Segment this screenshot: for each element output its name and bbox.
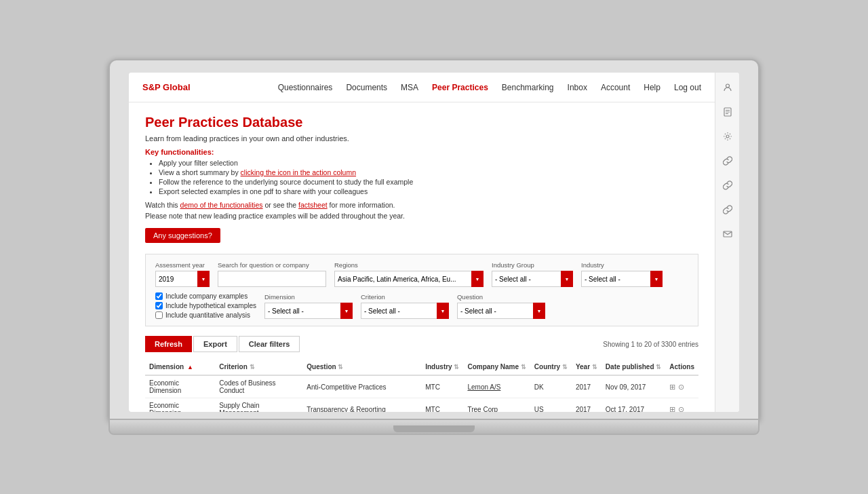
laptop-notch (393, 425, 475, 432)
checkbox-company-input[interactable] (155, 292, 163, 300)
action-download-icon-0[interactable]: ⊙ (678, 383, 684, 392)
filter-section: Assessment year 2019 2018 2017 (145, 254, 698, 326)
settings-icon[interactable] (721, 130, 734, 143)
regions-select[interactable]: Asia Pacific, Latin America, Africa, Eu.… (334, 271, 484, 287)
table-header-row: Dimension ▲ Criterion ⇅ Question ⇅ Indus… (145, 359, 698, 375)
checkbox-hypothetical-input[interactable] (155, 302, 163, 309)
key-functionalities-label: Key functionalities: (145, 148, 698, 156)
dimension-label: Dimension (264, 293, 353, 301)
criterion-label: Criterion (361, 293, 449, 301)
func-item-4: Export selected examples in one pdf to s… (159, 187, 698, 195)
filter-group-regions: Regions Asia Pacific, Latin America, Afr… (334, 261, 484, 287)
action-download-icon-1[interactable]: ⊙ (678, 405, 684, 413)
func-item-3: Follow the reference to the underlying s… (159, 178, 698, 186)
user-icon[interactable] (721, 81, 734, 94)
col-question[interactable]: Question ⇅ (302, 359, 421, 375)
factsheet-link[interactable]: factsheet (298, 201, 328, 209)
cell-date-0: Nov 09, 2017 (601, 375, 665, 398)
dimension-select[interactable]: - Select all - (264, 303, 353, 319)
laptop-container: S&P Global Questionnaires Documents MSA … (108, 59, 760, 435)
link1-icon[interactable] (721, 154, 734, 168)
filter-group-question: Question - Select all - (457, 293, 545, 319)
nav-questionnaires[interactable]: Questionnaires (278, 83, 333, 92)
action-view-icon-0[interactable]: ⊞ (669, 383, 675, 392)
filter-group-dimension: Dimension - Select all - (264, 293, 353, 319)
industry-group-select-wrapper: - Select all - (492, 271, 573, 287)
suggestions-button[interactable]: Any suggestions? (145, 228, 220, 243)
cell-company-1[interactable]: Tree Corp (463, 398, 530, 413)
cell-industry-1: MTC (421, 398, 463, 413)
mail-icon[interactable] (721, 227, 734, 241)
cell-actions-1: ⊞ ⊙ (665, 398, 698, 413)
nav-links: Questionnaires Documents MSA Peer Practi… (278, 83, 701, 92)
top-nav: S&P Global Questionnaires Documents MSA … (129, 73, 715, 102)
laptop-screen: S&P Global Questionnaires Documents MSA … (129, 73, 739, 412)
question-label: Question (457, 293, 545, 301)
question-select[interactable]: - Select all - (457, 303, 545, 319)
cell-company-0[interactable]: Lemon A/S (463, 375, 530, 398)
nav-msa[interactable]: MSA (401, 83, 418, 92)
laptop-base (108, 420, 760, 435)
filter-group-criterion: Criterion - Select all - (361, 293, 449, 319)
demo-link[interactable]: demo of the functionalities (180, 201, 263, 209)
year-select[interactable]: 2019 2018 2017 (155, 271, 210, 287)
cell-date-1: Oct 17, 2017 (601, 398, 665, 413)
nav-peer-practices[interactable]: Peer Practices (432, 83, 488, 92)
year-select-wrapper: 2019 2018 2017 (155, 271, 210, 287)
nav-logout[interactable]: Log out (674, 83, 701, 92)
brand-logo: S&P Global (142, 82, 191, 92)
clear-filters-button[interactable]: Clear filters (239, 336, 300, 352)
col-industry[interactable]: Industry ⇅ (421, 359, 463, 375)
cell-country-1: US (530, 398, 572, 413)
cell-question-1: Transparency & Reporting (302, 398, 421, 413)
industry-label: Industry (581, 261, 663, 269)
col-company[interactable]: Company Name ⇅ (463, 359, 530, 375)
regions-select-wrapper: Asia Pacific, Latin America, Africa, Eu.… (334, 271, 484, 287)
col-dimension[interactable]: Dimension ▲ (145, 359, 215, 375)
nav-documents[interactable]: Documents (346, 83, 387, 92)
col-actions: Actions (665, 359, 698, 375)
industry-group-select[interactable]: - Select all - (492, 271, 573, 287)
year-label: Assessment year (155, 261, 210, 269)
svg-point-0 (726, 84, 729, 88)
col-country[interactable]: Country ⇅ (530, 359, 572, 375)
nav-inbox[interactable]: Inbox (568, 83, 587, 92)
filter-row-1: Assessment year 2019 2018 2017 (155, 261, 688, 287)
link2-icon[interactable] (721, 178, 734, 192)
document-icon[interactable] (721, 105, 734, 119)
sidebar-icons (715, 73, 739, 412)
industry-group-label: Industry Group (492, 261, 573, 269)
col-criterion[interactable]: Criterion ⇅ (215, 359, 302, 375)
action-view-icon-1[interactable]: ⊞ (669, 405, 675, 413)
checkbox-hypothetical-label: Include hypothetical examples (165, 302, 256, 309)
industry-select-wrapper: - Select all - (581, 271, 663, 287)
cell-actions-0: ⊞ ⊙ (665, 375, 698, 398)
checkboxes-col: Include company examples Include hypothe… (155, 292, 256, 319)
search-label: Search for question or company (218, 261, 326, 269)
entries-info: Showing 1 to 20 of 3300 entries (603, 341, 698, 348)
col-year[interactable]: Year ⇅ (572, 359, 601, 375)
question-select-wrapper: - Select all - (457, 303, 545, 319)
export-button[interactable]: Export (193, 336, 237, 352)
note-text: Please note that new leading practice ex… (145, 212, 698, 220)
refresh-button[interactable]: Refresh (145, 336, 192, 352)
industry-select[interactable]: - Select all - (581, 271, 663, 287)
nav-benchmarking[interactable]: Benchmarking (502, 83, 554, 92)
col-date[interactable]: Date published ⇅ (601, 359, 665, 375)
checkbox-quantitative-label: Include quantitative analysis (165, 311, 250, 319)
checkbox-quantitative-input[interactable] (155, 311, 163, 319)
svg-point-5 (726, 135, 729, 138)
table-row: Economic Dimension Supply Chain Manageme… (145, 398, 698, 413)
link3-icon[interactable] (721, 203, 734, 216)
nav-account[interactable]: Account (601, 83, 630, 92)
nav-help[interactable]: Help (644, 83, 660, 92)
main-content: S&P Global Questionnaires Documents MSA … (129, 73, 715, 412)
regions-label: Regions (334, 261, 484, 269)
criterion-select[interactable]: - Select all - (361, 303, 449, 319)
search-input[interactable] (218, 271, 326, 287)
filter-row-2: Include company examples Include hypothe… (155, 292, 688, 319)
checkbox-company: Include company examples (155, 292, 256, 300)
clicking-link[interactable]: clicking the icon in the action column (241, 168, 356, 176)
cell-question-0: Anti-Competitive Practices (302, 375, 421, 398)
functionalities-list: Apply your filter selection View a short… (159, 159, 698, 195)
